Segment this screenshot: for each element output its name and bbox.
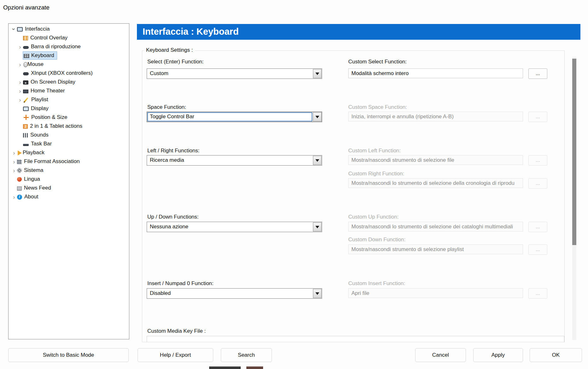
left-right-functions-dropdown[interactable]: Ricerca media [147,155,322,166]
selected-tree-item: Keyboard [23,52,57,59]
tree-item-lingua[interactable]: Lingua [9,175,129,184]
custom-left-function-field: Mostra/nascondi strumento di selezione f… [348,155,523,165]
insert-numpad-function-dropdown[interactable]: Disabled [147,288,322,299]
dropdown-arrow-icon[interactable] [313,289,321,298]
expand-arrow-icon[interactable] [17,44,23,50]
space-function-label: Space Function: [147,104,186,110]
tablet-icon [23,124,28,129]
tree-item-sistema[interactable]: Sistema [9,166,129,175]
tree-item-mouse[interactable]: Mouse [9,60,129,69]
insert-numpad-function-label: Insert / Numpad 0 Function: [147,280,214,287]
display-icon [23,107,29,111]
scrollbar-thumb[interactable] [572,59,576,245]
gear-icon [17,168,22,173]
tree-item-task-bar[interactable]: Task Bar [9,139,129,148]
tree-item-home-theater[interactable]: Home Theater [9,86,129,95]
section-header: Interfaccia : Keyboard [137,24,580,40]
overlay-icon [23,36,28,40]
space-function-dropdown[interactable]: Toggle Control Bar [147,112,322,122]
select-enter-function-label: Select (Enter) Function: [147,59,204,65]
custom-down-browse-button: ... [528,244,547,255]
up-down-functions-dropdown[interactable]: Nessuna azione [147,222,322,232]
custom-up-function-field: Mostra/nascondi lo strumento di selezion… [348,222,523,231]
custom-space-browse-button: ... [528,112,547,122]
expand-arrow-icon[interactable] [17,97,23,103]
dropdown-arrow-icon[interactable] [313,69,321,78]
custom-insert-browse-button: ... [528,288,547,299]
expand-arrow-icon[interactable] [17,88,23,94]
ok-button[interactable]: OK [530,348,582,362]
sounds-icon [23,133,28,138]
custom-down-function-label: Custom Down Function: [348,237,405,243]
tree-item-control-overlay[interactable]: Control Overlay [9,33,129,42]
custom-select-browse-button[interactable]: ... [528,68,547,79]
left-right-functions-label: Left / Right Functions: [147,148,199,154]
custom-up-function-label: Custom Up Function: [348,214,399,220]
gamepad-icon [23,72,29,75]
apply-button[interactable]: Apply [473,348,523,362]
custom-right-function-label: Custom Right Function: [348,171,404,177]
category-tree: Interfaccia Control Overlay Barra di rip… [8,23,129,339]
custom-space-function-field: Inizia, interrompi e annulla (ripetizion… [348,112,523,121]
dropdown-arrow-icon[interactable] [313,112,321,121]
window-title: Opzioni avanzate [3,4,50,11]
custom-insert-function-field: Apri file [348,288,523,298]
custom-left-function-label: Custom Left Function: [348,148,401,154]
custom-media-key-file-field[interactable] [147,336,564,342]
search-button[interactable]: Search [221,348,272,362]
collapse-arrow-icon[interactable] [11,26,17,32]
group-title: Keyboard Settings : [144,47,195,53]
background-window-fragment [209,366,241,369]
dropdown-arrow-icon[interactable] [313,156,321,165]
expand-arrow-icon[interactable] [17,62,23,67]
grid-icon [17,160,22,164]
tree-item-about[interactable]: About [9,192,129,201]
tree-item-sounds[interactable]: Sounds [9,131,129,139]
expand-arrow-icon[interactable] [11,150,17,156]
select-enter-function-dropdown[interactable]: Custom [147,68,322,79]
osd-icon [23,80,28,85]
switch-to-basic-mode-button[interactable]: Switch to Basic Mode [8,348,129,362]
tree-item-news-feed[interactable]: News Feed [9,184,129,192]
play-icon [18,150,22,155]
custom-down-function-field: Mostra/nascondi strumento di selezione p… [348,244,523,254]
tree-item-interfaccia[interactable]: Interfaccia [9,25,129,33]
control-bar-icon [23,46,29,49]
cancel-button[interactable]: Cancel [415,348,466,362]
tree-item-tablet-actions[interactable]: 2 in 1 & Tablet actions [9,122,129,131]
vertical-scrollbar[interactable] [572,57,576,340]
custom-left-browse-button: ... [528,155,547,166]
dropdown-arrow-icon[interactable] [313,222,321,231]
expand-arrow-icon[interactable] [17,79,23,85]
pencil-icon [23,97,29,102]
tree-item-playlist[interactable]: Playlist [9,95,129,104]
tree-item-on-screen-display[interactable]: On Screen Display [9,78,129,86]
up-down-functions-label: Up / Down Functions: [147,214,199,220]
tree-item-keyboard[interactable]: Keyboard [9,51,129,60]
tree-item-barra-di-riproduzione[interactable]: Barra di riproduzione [9,42,129,51]
expand-arrow-icon[interactable] [11,167,17,173]
custom-media-key-file-label: Custom Media Key File : [147,328,206,334]
custom-space-function-label: Custom Space Function: [348,104,407,110]
tree-item-file-format-association[interactable]: File Format Association [9,157,129,166]
tree-item-xinput[interactable]: XInput (XBOX controllers) [9,69,129,78]
custom-select-function-field[interactable]: Modalità schermo intero [348,68,523,78]
home-theater-icon [23,90,28,93]
tree-item-playback[interactable]: Playback [9,148,129,157]
expand-arrow-icon[interactable] [11,194,17,200]
keyboard-settings-group: Select (Enter) Function: Custom Custom S… [142,50,565,342]
keyboard-icon [24,54,29,58]
custom-right-function-field: Mostra/nascondi lo strumento di selezion… [348,178,523,188]
tree-item-position-size[interactable]: Position & Size [9,113,129,122]
globe-icon [17,177,22,182]
title-bar: Opzioni avanzate [0,0,588,18]
expand-arrow-icon[interactable] [11,159,17,165]
custom-select-function-label: Custom Select Function: [348,59,407,65]
taskbar-icon [23,144,29,146]
position-icon [23,114,29,120]
mouse-icon [24,62,27,67]
options-dialog: Opzioni avanzate Interfaccia Control Ove… [0,0,588,369]
tree-item-display[interactable]: Display [9,104,129,113]
custom-right-browse-button: ... [528,178,547,189]
help-export-button[interactable]: Help / Export [138,348,213,362]
